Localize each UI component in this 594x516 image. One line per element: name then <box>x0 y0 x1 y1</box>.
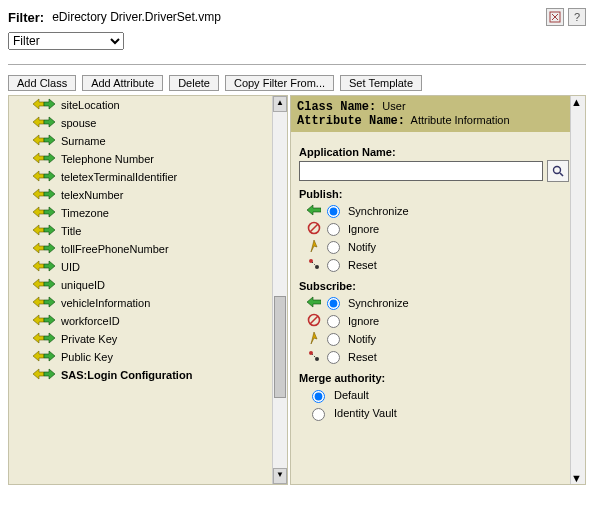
subscribe-option: Synchronize <box>299 294 569 312</box>
option-label: Identity Vault <box>334 407 397 419</box>
help-icon[interactable]: ? <box>568 8 586 26</box>
svg-marker-20 <box>44 261 55 271</box>
svg-marker-2 <box>44 99 55 109</box>
tool-icon[interactable] <box>546 8 564 26</box>
add-class-button[interactable]: Add Class <box>8 75 76 91</box>
svg-marker-25 <box>33 315 44 325</box>
option-label: Synchronize <box>348 297 409 309</box>
svg-marker-13 <box>33 207 44 217</box>
tree-item[interactable]: telexNumber <box>9 186 287 204</box>
filter-select[interactable]: Filter <box>8 32 124 50</box>
tree-item[interactable]: UID <box>9 258 287 276</box>
copy-filter-from-button[interactable]: Copy Filter From... <box>225 75 334 91</box>
svg-marker-5 <box>33 135 44 145</box>
tree-item[interactable]: Timezone <box>9 204 287 222</box>
set-template-button[interactable]: Set Template <box>340 75 422 91</box>
svg-marker-22 <box>44 279 55 289</box>
tree-item[interactable]: Surname <box>9 132 287 150</box>
tree-item[interactable]: Public Key <box>9 348 287 366</box>
publish-synchronize-radio[interactable] <box>327 205 340 218</box>
merge-default-radio[interactable] <box>312 390 325 403</box>
subscribe-notify-radio[interactable] <box>327 333 340 346</box>
merge-option: Identity Vault <box>299 404 569 422</box>
tree-item-label: vehicleInformation <box>61 297 150 309</box>
detail-scrollbar[interactable]: ▲ ▼ <box>570 96 585 484</box>
subscribe-reset-radio[interactable] <box>327 351 340 364</box>
browse-button[interactable] <box>547 160 569 182</box>
tree-item[interactable]: Private Key <box>9 330 287 348</box>
subscribe-label: Subscribe: <box>299 280 569 292</box>
ignore-icon <box>307 221 321 237</box>
svg-line-37 <box>310 224 318 232</box>
delete-button[interactable]: Delete <box>169 75 219 91</box>
detail-header: Class Name: User Attribute Name: Attribu… <box>291 96 585 132</box>
separator <box>8 64 586 65</box>
publish-reset-radio[interactable] <box>327 259 340 272</box>
publish-option: Notify <box>299 238 569 256</box>
tree-item[interactable]: Telephone Number <box>9 150 287 168</box>
option-label: Synchronize <box>348 205 409 217</box>
svg-marker-1 <box>33 99 44 109</box>
sync-icon <box>33 350 55 364</box>
svg-marker-14 <box>44 207 55 217</box>
merge-identity vault-radio[interactable] <box>312 408 325 421</box>
option-label: Ignore <box>348 315 379 327</box>
option-label: Notify <box>348 333 376 345</box>
class-name-value: User <box>382 100 405 112</box>
application-name-input[interactable] <box>299 161 543 181</box>
subscribe-option: Reset <box>299 348 569 366</box>
tree-item-label: spouse <box>61 117 96 129</box>
option-label: Reset <box>348 259 377 271</box>
svg-marker-24 <box>44 297 55 307</box>
tree-item-label: Title <box>61 225 81 237</box>
svg-marker-26 <box>44 315 55 325</box>
tree-item[interactable]: teletexTerminalIdentifier <box>9 168 287 186</box>
tree-item-label: SAS:Login Configuration <box>61 369 192 381</box>
tree-item-label: telexNumber <box>61 189 123 201</box>
option-label: Reset <box>348 351 377 363</box>
publish-notify-radio[interactable] <box>327 241 340 254</box>
svg-marker-9 <box>33 171 44 181</box>
tree-item-label: teletexTerminalIdentifier <box>61 171 177 183</box>
svg-marker-18 <box>44 243 55 253</box>
reset-icon <box>307 349 321 365</box>
scroll-up-icon[interactable]: ▲ <box>273 96 287 112</box>
attribute-name-label: Attribute Name: <box>297 114 405 128</box>
scroll-down-icon[interactable]: ▼ <box>571 472 585 484</box>
svg-marker-35 <box>307 205 321 215</box>
svg-marker-19 <box>33 261 44 271</box>
svg-marker-4 <box>44 117 55 127</box>
tree-item[interactable]: Title <box>9 222 287 240</box>
publish-label: Publish: <box>299 188 569 200</box>
tree-item-label: Public Key <box>61 351 113 363</box>
reset-icon <box>307 257 321 273</box>
svg-marker-16 <box>44 225 55 235</box>
synchronize-icon <box>307 203 321 219</box>
scroll-thumb[interactable] <box>274 296 286 398</box>
search-icon <box>552 165 564 177</box>
tree-item[interactable]: uniqueID <box>9 276 287 294</box>
add-attribute-button[interactable]: Add Attribute <box>82 75 163 91</box>
sync-icon <box>33 368 55 382</box>
subscribe-ignore-radio[interactable] <box>327 315 340 328</box>
toolbar: Add Class Add Attribute Delete Copy Filt… <box>8 75 586 91</box>
svg-marker-8 <box>44 153 55 163</box>
tree-item-label: workforceID <box>61 315 120 327</box>
scroll-down-icon[interactable]: ▼ <box>273 468 287 484</box>
tree-item[interactable]: workforceID <box>9 312 287 330</box>
publish-option: Ignore <box>299 220 569 238</box>
tree-item[interactable]: vehicleInformation <box>9 294 287 312</box>
svg-marker-30 <box>44 351 55 361</box>
tree-item[interactable]: tollFreePhoneNumber <box>9 240 287 258</box>
tree-scrollbar[interactable]: ▲ ▼ <box>272 96 287 484</box>
publish-ignore-radio[interactable] <box>327 223 340 236</box>
tree-item[interactable]: spouse <box>9 114 287 132</box>
svg-line-42 <box>310 316 318 324</box>
tree-item-label: tollFreePhoneNumber <box>61 243 169 255</box>
tree-item[interactable]: SAS:Login Configuration <box>9 366 287 384</box>
tree-item[interactable]: siteLocation <box>9 96 287 114</box>
svg-marker-27 <box>33 333 44 343</box>
scroll-up-icon[interactable]: ▲ <box>571 96 585 108</box>
detail-pane: Class Name: User Attribute Name: Attribu… <box>290 95 586 485</box>
subscribe-synchronize-radio[interactable] <box>327 297 340 310</box>
